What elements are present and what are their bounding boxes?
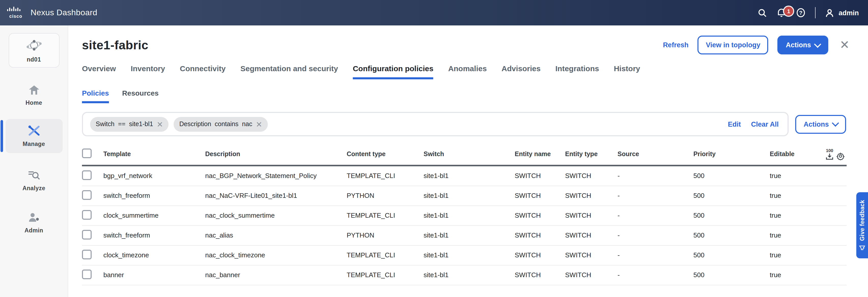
table-row[interactable]: clock_summertimenac_clock_summertimeTEMP…: [82, 205, 847, 225]
sidebar-item-label: Admin: [25, 227, 43, 233]
cell-priority: 500: [693, 225, 770, 245]
tab-configuration-policies[interactable]: Configuration policies: [353, 64, 433, 79]
table-header-row: TemplateDescriptionContent typeSwitchEnt…: [82, 144, 847, 165]
search-icon[interactable]: [757, 8, 767, 18]
filter-links: Edit Clear All: [728, 120, 781, 128]
table-row[interactable]: switch_freeformnac_aliasPYTHONsite1-bl1S…: [82, 225, 847, 245]
cell-entity-type: SWITCH: [565, 186, 618, 205]
row-tools-cell: [821, 265, 847, 285]
tab-inventory[interactable]: Inventory: [131, 64, 165, 79]
column-header-source[interactable]: Source: [618, 144, 693, 165]
cell-entity-name: SWITCH: [515, 205, 565, 225]
cell-entity-type: SWITCH: [565, 225, 618, 245]
row-checkbox[interactable]: [82, 210, 92, 220]
filter-chip[interactable]: Descriptioncontainsnac✕: [174, 117, 268, 131]
cell-description: nac_clock_summertime: [205, 205, 347, 225]
cell-source: -: [618, 225, 693, 245]
cell-description: nac_BGP_Network_Statement_Policy: [205, 165, 347, 186]
tab-history[interactable]: History: [614, 64, 640, 79]
column-settings-gear-icon[interactable]: [836, 152, 845, 160]
sidebar-item-label: Manage: [23, 141, 45, 147]
username: admin: [838, 9, 859, 16]
row-select-cell: [82, 186, 103, 205]
filter-edit-link[interactable]: Edit: [728, 120, 741, 128]
tab-connectivity[interactable]: Connectivity: [180, 64, 225, 79]
row-checkbox[interactable]: [82, 170, 92, 180]
analyze-search-icon: [28, 170, 40, 183]
cell-template: banner: [103, 265, 205, 285]
filter-clear-all-link[interactable]: Clear All: [751, 120, 779, 128]
sidebar-item-admin[interactable]: Admin: [5, 208, 62, 237]
column-header-template[interactable]: Template: [103, 144, 205, 165]
row-select-cell: [82, 225, 103, 245]
tab-segmentation-and-security[interactable]: Segmentation and security: [241, 64, 338, 79]
chip-operator: contains: [215, 121, 239, 128]
chip-operator: ==: [118, 121, 125, 128]
cell-priority: 500: [693, 205, 770, 225]
cluster-selector[interactable]: nd01: [8, 33, 59, 68]
subtab-policies[interactable]: Policies: [82, 89, 109, 103]
view-in-topology-button[interactable]: View in topology: [698, 36, 769, 55]
help-icon[interactable]: ?: [796, 8, 806, 18]
sidebar-item-analyze[interactable]: Analyze: [5, 166, 62, 195]
tab-anomalies[interactable]: Anomalies: [448, 64, 487, 79]
column-header-content-type[interactable]: Content type: [347, 144, 424, 165]
row-select-cell: [82, 265, 103, 285]
close-icon[interactable]: ✕: [838, 39, 851, 51]
table-row[interactable]: clock_timezonenac_clock_timezoneTEMPLATE…: [82, 245, 847, 265]
column-header-description[interactable]: Description: [205, 144, 347, 165]
tab-bar: OverviewInventoryConnectivitySegmentatio…: [82, 64, 868, 79]
sidebar-item-home[interactable]: Home: [5, 81, 62, 110]
cell-priority: 500: [693, 186, 770, 205]
notifications-bell-icon[interactable]: 1: [776, 8, 786, 18]
chevron-down-icon: [814, 40, 821, 47]
filter-chip[interactable]: Switch==site1-bl1✕: [90, 117, 169, 131]
column-header-editable[interactable]: Editable: [770, 144, 821, 165]
column-header-switch[interactable]: Switch: [424, 144, 515, 165]
refresh-link[interactable]: Refresh: [663, 41, 688, 49]
tab-integrations[interactable]: Integrations: [555, 64, 599, 79]
chip-remove-icon[interactable]: ✕: [256, 120, 262, 128]
table-actions-button[interactable]: Actions: [796, 115, 846, 133]
cell-switch: site1-bl1: [424, 205, 515, 225]
cell-entity-type: SWITCH: [565, 205, 618, 225]
page-actions-button[interactable]: Actions: [778, 36, 828, 55]
subtab-resources[interactable]: Resources: [122, 89, 159, 103]
column-header-priority[interactable]: Priority: [693, 144, 770, 165]
cell-priority: 500: [693, 265, 770, 285]
row-checkbox[interactable]: [82, 250, 92, 259]
chip-remove-icon[interactable]: ✕: [157, 120, 163, 128]
admin-user-gear-icon: [28, 212, 40, 225]
select-all-checkbox[interactable]: [82, 149, 92, 158]
home-icon: [28, 85, 39, 97]
give-feedback-tab[interactable]: Give feedback: [856, 192, 868, 258]
page-header: site1-fabric Refresh View in topology Ac…: [82, 36, 868, 55]
sidebar-item-manage[interactable]: Manage: [5, 119, 62, 153]
row-checkbox[interactable]: [82, 230, 92, 239]
cell-content-type: TEMPLATE_CLI: [347, 205, 424, 225]
cell-entity-name: SWITCH: [515, 186, 565, 205]
notification-badge[interactable]: 1: [783, 6, 794, 17]
chip-field: Switch: [96, 121, 115, 128]
table-actions-label: Actions: [804, 120, 829, 128]
column-header-entity-name[interactable]: Entity name: [515, 144, 565, 165]
tab-overview[interactable]: Overview: [82, 64, 116, 79]
table-row[interactable]: bgp_vrf_networknac_BGP_Network_Statement…: [82, 165, 847, 186]
filter-bar[interactable]: Switch==site1-bl1✕Descriptioncontainsnac…: [82, 112, 789, 136]
table-row[interactable]: switch_freeformnac_NaC-VRF-Lite01_site1-…: [82, 186, 847, 205]
column-header-entity-type[interactable]: Entity type: [565, 144, 618, 165]
cell-template: switch_freeform: [103, 186, 205, 205]
tab-advisories[interactable]: Advisories: [501, 64, 540, 79]
chevron-down-icon: [832, 120, 839, 127]
cell-content-type: TEMPLATE_CLI: [347, 245, 424, 265]
cell-description: nac_alias: [205, 225, 347, 245]
user-menu[interactable]: admin: [825, 8, 859, 18]
cell-entity-name: SWITCH: [515, 165, 565, 186]
give-feedback-label: Give feedback: [859, 200, 865, 241]
row-checkbox[interactable]: [82, 190, 92, 200]
page-title: site1-fabric: [82, 38, 148, 52]
table-row[interactable]: bannernac_bannerTEMPLATE_CLIsite1-bl1SWI…: [82, 265, 847, 285]
row-checkbox[interactable]: [82, 269, 92, 279]
export-download-icon[interactable]: 100: [826, 148, 833, 160]
cell-entity-type: SWITCH: [565, 265, 618, 285]
